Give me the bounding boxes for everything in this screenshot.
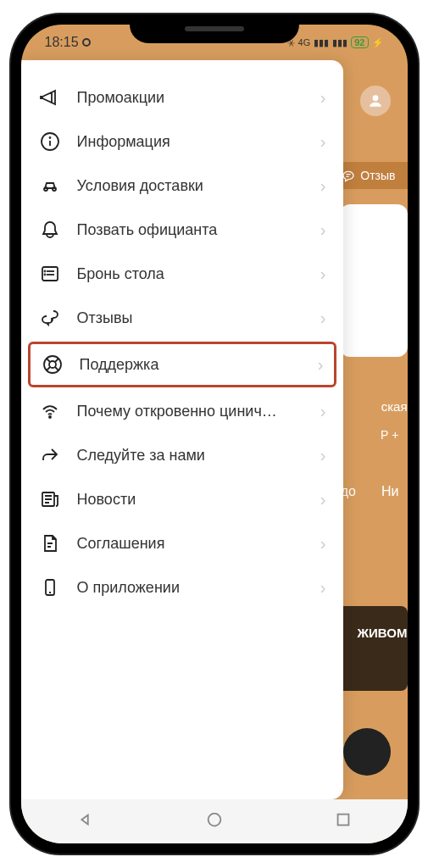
chevron-right-icon: › [320, 132, 326, 152]
screen: 18:15 ⚹ 4G ▮▮▮ ▮▮▮ 92 ⚡ Отзыв [21, 25, 408, 843]
nav-back-button[interactable] [76, 810, 95, 832]
status-time: 18:15 [45, 35, 91, 50]
car-icon [38, 174, 62, 198]
menu-label: Почему откровенно цинич… [77, 403, 314, 420]
svg-point-3 [49, 137, 50, 138]
menu-label: Условия доставки [77, 177, 314, 195]
chevron-right-icon: › [320, 446, 326, 465]
svg-point-15 [49, 416, 51, 418]
phone-frame: 18:15 ⚹ 4G ▮▮▮ ▮▮▮ 92 ⚡ Отзыв [11, 14, 418, 854]
network-label: 4G [298, 37, 311, 47]
chevron-right-icon: › [320, 490, 326, 509]
nav-recent-button[interactable] [334, 810, 353, 832]
menu-item-why[interactable]: Почему откровенно цинич… › [21, 389, 343, 433]
menu-item-reviews[interactable]: Отзывы › [21, 296, 343, 340]
menu-item-promo[interactable]: Промоакции › [21, 75, 343, 120]
avatar[interactable] [360, 86, 391, 116]
menu-item-news[interactable]: Новости › [21, 477, 343, 521]
navigation-drawer: Промоакции › Информация › Условия достав… [21, 60, 343, 799]
chevron-right-icon: › [318, 355, 324, 375]
bg-text: доНи [341, 484, 399, 499]
chevron-right-icon: › [320, 309, 326, 328]
notch [130, 14, 299, 43]
chevron-right-icon: › [320, 88, 326, 108]
menu-label: О приложении [77, 579, 314, 597]
menu-label: Промоакции [77, 89, 314, 107]
list-icon [38, 262, 62, 286]
signal-icon-2: ▮▮▮ [332, 37, 347, 48]
menu-label: Отзывы [77, 309, 314, 327]
svg-line-12 [55, 359, 58, 362]
lifebuoy-icon [41, 353, 64, 376]
chat-icon [38, 306, 62, 330]
time-text: 18:15 [45, 35, 79, 50]
svg-point-0 [372, 95, 378, 101]
menu-label: Информация [77, 133, 314, 151]
signal-icon: ▮▮▮ [314, 37, 329, 48]
chevron-right-icon: › [320, 578, 326, 598]
news-icon [38, 487, 62, 511]
svg-line-13 [47, 367, 50, 370]
menu-item-support[interactable]: Поддержка › [28, 342, 336, 387]
bg-card[interactable] [340, 204, 408, 357]
menu-item-follow[interactable]: Следуйте за нами › [21, 433, 343, 477]
battery-icon: 92 [351, 36, 368, 48]
bell-icon [38, 218, 62, 242]
android-nav-bar [21, 799, 408, 843]
svg-rect-20 [337, 815, 348, 826]
menu-label: Позвать официанта [77, 221, 314, 239]
chevron-right-icon: › [320, 402, 326, 421]
menu-label: Бронь стола [77, 265, 314, 283]
menu-label: Следуйте за нами [77, 447, 314, 465]
menu-item-waiter[interactable]: Позвать официанта › [21, 208, 343, 252]
charging-icon: ⚡ [372, 37, 384, 48]
svg-line-14 [55, 367, 58, 370]
menu-item-agreements[interactable]: Соглашения › [21, 521, 343, 565]
wifi-icon [38, 399, 62, 423]
info-icon [38, 130, 62, 153]
status-circle-icon [82, 38, 91, 47]
megaphone-icon [38, 86, 62, 109]
fab-button[interactable] [343, 728, 391, 776]
chevron-right-icon: › [320, 176, 326, 196]
nav-home-button[interactable] [205, 810, 224, 832]
menu-label: Соглашения [77, 535, 314, 553]
svg-line-11 [47, 359, 50, 362]
menu-item-booking[interactable]: Бронь стола › [21, 252, 343, 296]
menu-item-about[interactable]: О приложении › [21, 565, 343, 609]
chevron-right-icon: › [320, 220, 326, 240]
bg-text: ЖИВОМ [358, 626, 408, 640]
document-icon [38, 531, 62, 555]
svg-point-7 [44, 271, 45, 272]
svg-point-8 [44, 275, 45, 275]
bg-text: ская [381, 399, 408, 414]
status-icons: ⚹ 4G ▮▮▮ ▮▮▮ 92 ⚡ [287, 36, 384, 48]
menu-item-delivery[interactable]: Условия доставки › [21, 164, 343, 208]
reviews-label: Отзыв [360, 169, 395, 182]
menu-item-info[interactable]: Информация › [21, 120, 343, 164]
phone-icon [38, 576, 62, 599]
svg-point-19 [208, 814, 220, 826]
bg-text: Р + [372, 425, 407, 445]
chevron-right-icon: › [320, 264, 326, 284]
menu-label: Поддержка [80, 356, 311, 374]
menu-label: Новости [77, 491, 314, 509]
svg-point-10 [49, 361, 56, 368]
share-icon [38, 443, 62, 467]
chevron-right-icon: › [320, 534, 326, 554]
